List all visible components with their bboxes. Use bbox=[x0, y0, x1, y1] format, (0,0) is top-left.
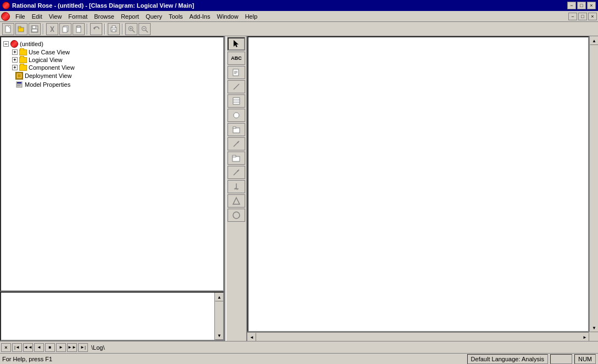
toolbar-save[interactable] bbox=[29, 23, 41, 35]
toolbar-sep-1 bbox=[43, 24, 44, 35]
menu-report[interactable]: Report bbox=[118, 12, 142, 21]
svg-rect-10 bbox=[63, 27, 67, 32]
tree-view[interactable]: − (untitled) + Use Case View + Logical V… bbox=[0, 36, 224, 292]
status-help: For Help, press F1 bbox=[2, 354, 52, 364]
logical-expand-icon[interactable]: + bbox=[12, 57, 18, 63]
svg-rect-45 bbox=[232, 155, 236, 157]
status-language: Default Language: Analysis bbox=[467, 354, 548, 364]
deployment-icon bbox=[15, 72, 23, 80]
toolbar-cut[interactable] bbox=[46, 23, 58, 35]
status-numlock bbox=[550, 354, 572, 364]
svg-point-52 bbox=[233, 212, 240, 219]
root-expand-icon[interactable]: − bbox=[3, 41, 9, 47]
folder-tool-button[interactable] bbox=[228, 152, 245, 165]
log-prev3-button[interactable]: ◄ bbox=[34, 343, 44, 352]
package-tool-button[interactable] bbox=[228, 123, 245, 136]
comment-tool-button[interactable] bbox=[228, 209, 245, 222]
log-next3-button[interactable]: ►| bbox=[78, 343, 88, 352]
tree-logical-view[interactable]: + Logical View bbox=[3, 56, 221, 64]
preview-vscrollbar[interactable]: ▲ ▼ bbox=[214, 293, 223, 340]
interface-tool-button[interactable] bbox=[228, 109, 245, 122]
svg-rect-0 bbox=[5, 26, 10, 32]
toolbar-paste[interactable] bbox=[73, 23, 85, 35]
menu-format[interactable]: Format bbox=[65, 12, 91, 21]
drawing-area[interactable] bbox=[247, 36, 589, 332]
svg-rect-36 bbox=[233, 98, 240, 104]
title-bar-controls: − □ × bbox=[567, 2, 596, 9]
svg-rect-6 bbox=[32, 29, 37, 32]
tree-logical-label: Logical View bbox=[29, 57, 63, 63]
drawing-scroll-down[interactable]: ▼ bbox=[590, 323, 598, 332]
drawing-scroll-left[interactable]: ◄ bbox=[247, 333, 256, 341]
inherit-tool-button[interactable] bbox=[228, 194, 245, 208]
mdi-restore-button[interactable]: □ bbox=[578, 13, 587, 20]
toolbar-open[interactable] bbox=[15, 23, 27, 35]
tree-deployment-label: Deployment View bbox=[25, 72, 71, 79]
menu-view[interactable]: View bbox=[46, 12, 65, 21]
status-bar: For Help, press F1 Default Language: Ana… bbox=[0, 353, 598, 364]
log-next2-button[interactable]: ►► bbox=[67, 343, 77, 352]
toolbar-copy[interactable] bbox=[59, 23, 71, 35]
toolbar-new[interactable] bbox=[2, 23, 14, 35]
menu-edit[interactable]: Edit bbox=[29, 12, 46, 21]
assoc-tool-button[interactable] bbox=[228, 166, 245, 179]
drawing-scroll-right[interactable]: ► bbox=[580, 333, 589, 341]
log-prev2-button[interactable]: ◄◄ bbox=[23, 343, 33, 352]
tree-use-case-view[interactable]: + Use Case View bbox=[3, 48, 221, 56]
svg-rect-15 bbox=[112, 26, 115, 28]
class-tool-button[interactable] bbox=[228, 94, 245, 108]
menu-app-icon bbox=[1, 12, 10, 21]
menu-query[interactable]: Query bbox=[142, 12, 165, 21]
title-text: Rational Rose - (untitled) - [Class Diag… bbox=[12, 2, 194, 9]
log-next1-button[interactable]: ► bbox=[56, 343, 66, 352]
svg-line-18 bbox=[132, 30, 135, 32]
toolbar-print[interactable] bbox=[108, 23, 120, 35]
vscroll-track[interactable] bbox=[590, 45, 598, 323]
log-bar: × |◄ ◄◄ ◄ ■ ► ►► ►| \Log\ bbox=[0, 341, 598, 353]
dep-tool-button[interactable] bbox=[228, 180, 245, 193]
status-right: Default Language: Analysis NUM bbox=[467, 354, 596, 364]
toolbar-zoom-out[interactable] bbox=[139, 23, 151, 35]
select-tool-button[interactable] bbox=[228, 37, 245, 51]
tree-component-view[interactable]: + Component View bbox=[3, 64, 221, 71]
preview-panel: ▲ ▼ bbox=[0, 292, 224, 341]
minimize-button[interactable]: − bbox=[567, 2, 576, 9]
log-stop-button[interactable]: ■ bbox=[45, 343, 55, 352]
tree-root-label: (untitled) bbox=[20, 41, 43, 47]
menu-window[interactable]: Window bbox=[214, 12, 242, 21]
menu-help[interactable]: Help bbox=[242, 12, 261, 21]
note-tool-button[interactable] bbox=[228, 66, 245, 79]
toolbar-zoom-in[interactable] bbox=[125, 23, 137, 35]
use-case-expand-icon[interactable]: + bbox=[12, 49, 18, 55]
menu-browse[interactable]: Browse bbox=[91, 12, 118, 21]
svg-line-35 bbox=[234, 84, 239, 89]
close-button[interactable]: × bbox=[587, 2, 596, 9]
drawing-scroll-up[interactable]: ▲ bbox=[590, 36, 598, 45]
arrow-tool-button[interactable] bbox=[228, 137, 245, 150]
drawing-vscrollbar[interactable]: ▲ ▼ bbox=[589, 36, 598, 332]
maximize-button[interactable]: □ bbox=[577, 2, 586, 9]
drawing-area-container: ▲ ▼ ◄ ► bbox=[247, 36, 598, 341]
menu-file[interactable]: File bbox=[12, 12, 29, 21]
log-prev1-button[interactable]: |◄ bbox=[12, 343, 22, 352]
toolbar-undo[interactable] bbox=[90, 23, 102, 35]
tool-palette: ABC bbox=[225, 36, 247, 341]
text-tool-button[interactable]: ABC bbox=[228, 52, 245, 65]
preview-scroll-down[interactable]: ▼ bbox=[215, 331, 224, 340]
tree-root[interactable]: − (untitled) bbox=[3, 40, 221, 48]
toolbar bbox=[0, 22, 598, 36]
tree-deployment-view[interactable]: Deployment View bbox=[3, 71, 221, 80]
mdi-close-button[interactable]: × bbox=[588, 13, 597, 20]
tree-model-properties[interactable]: Model Properties bbox=[3, 80, 221, 89]
drawing-hscrollbar[interactable]: ◄ ► bbox=[247, 332, 589, 341]
tree-model-properties-label: Model Properties bbox=[25, 81, 70, 88]
mdi-minimize-button[interactable]: − bbox=[568, 13, 577, 20]
preview-scroll-up[interactable]: ▲ bbox=[215, 293, 224, 301]
menu-addins[interactable]: Add-Ins bbox=[186, 12, 214, 21]
line-tool-button[interactable] bbox=[228, 80, 245, 93]
component-expand-icon[interactable]: + bbox=[12, 65, 18, 70]
log-x-button[interactable]: × bbox=[1, 343, 11, 352]
hscroll-track[interactable] bbox=[256, 333, 580, 341]
root-icon bbox=[10, 40, 18, 48]
menu-tools[interactable]: Tools bbox=[165, 12, 186, 21]
